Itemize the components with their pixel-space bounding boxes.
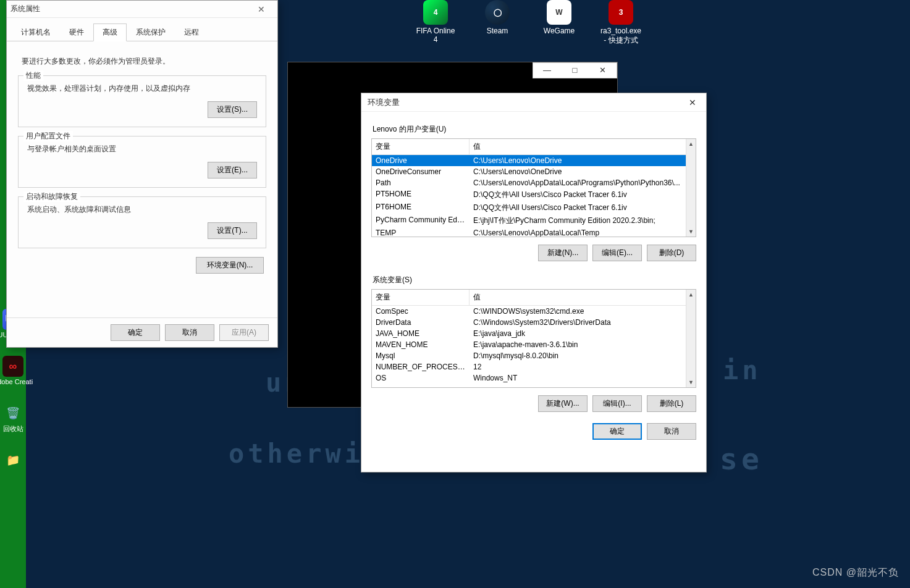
icon-label: ra3_tool.exe - 快捷方式 <box>599 27 642 46</box>
dialog-body: Lenovo 的用户变量(U) 变量 值 OneDriveC:\Users\Le… <box>361 112 706 448</box>
ok-button[interactable]: 确定 <box>592 423 642 440</box>
icon-label: 回收站 <box>3 425 23 432</box>
cell-val: C:\Windows\System32\Drivers\DriverData <box>470 317 696 328</box>
user-vars-list[interactable]: 变量 值 OneDriveC:\Users\Lenovo\OneDriveOne… <box>371 138 696 237</box>
cell-val: E:\java\apache-maven-3.6.1\bin <box>470 339 696 350</box>
list-rows: OneDriveC:\Users\Lenovo\OneDriveOneDrive… <box>372 155 696 237</box>
list-header: 变量 值 <box>372 290 696 306</box>
wallpaper-text: in <box>723 355 762 385</box>
maximize-button[interactable]: □ <box>561 63 589 78</box>
window-controls: — □ ✕ <box>533 62 617 78</box>
scrollbar[interactable]: ▲▼ <box>686 290 696 387</box>
settings-startup-button[interactable]: 设置(T)... <box>208 222 257 239</box>
new-sys-var-button[interactable]: 新建(W)... <box>538 395 588 412</box>
table-row[interactable]: OneDriveC:\Users\Lenovo\OneDrive <box>372 155 696 166</box>
cell-var: OneDrive <box>372 155 470 166</box>
cell-val: D:\QQ文件\All Users\Cisco Packet Tracer 6.… <box>470 201 696 214</box>
delete-sys-var-button[interactable]: 删除(L) <box>647 395 696 412</box>
cell-val: C:\Users\Lenovo\AppData\Local\Temp <box>470 227 696 237</box>
desktop-icon-ra3[interactable]: 3ra3_tool.exe - 快捷方式 <box>599 0 642 46</box>
table-row[interactable]: PathC:\Users\Lenovo\AppData\Local\Progra… <box>372 177 696 188</box>
group-legend: 性能 <box>23 70 43 81</box>
steam-icon: ◯ <box>485 0 510 25</box>
tab-advanced[interactable]: 高级 <box>93 23 127 41</box>
adobe-icon: ∞ <box>2 356 23 377</box>
cancel-button[interactable]: 取消 <box>647 423 696 440</box>
icon-label: WeGame <box>544 27 575 35</box>
user-vars-label: Lenovo 的用户变量(U) <box>373 124 696 135</box>
cell-val: C:\Users\Lenovo\OneDrive <box>470 166 696 177</box>
new-user-var-button[interactable]: 新建(N)... <box>538 245 588 261</box>
minimize-button[interactable]: — <box>533 63 561 78</box>
desktop-icon-adobe[interactable]: ∞Adobe Creati <box>1 356 25 385</box>
table-row[interactable]: PT5HOMED:\QQ文件\All Users\Cisco Packet Tr… <box>372 188 696 201</box>
cell-var: PyCharm Community Editi... <box>372 214 470 227</box>
close-icon[interactable]: ✕ <box>249 4 274 14</box>
col-variable[interactable]: 变量 <box>372 139 470 154</box>
table-row[interactable]: OneDriveConsumerC:\Users\Lenovo\OneDrive <box>372 166 696 177</box>
desktop-icon-wegame[interactable]: WWeGame <box>537 0 581 46</box>
icon-label: FIFA Online 4 <box>414 27 457 44</box>
table-row[interactable]: JAVA_HOMEE:\java\java_jdk <box>372 328 696 339</box>
cell-val: E:\java\java_jdk <box>470 328 696 339</box>
scroll-up-icon[interactable]: ▲ <box>686 139 696 149</box>
group-desc: 系统启动、系统故障和调试信息 <box>27 204 257 215</box>
table-row[interactable]: DriverDataC:\Windows\System32\Drivers\Dr… <box>372 317 696 328</box>
cell-var: OS <box>372 372 470 384</box>
scroll-up-icon[interactable]: ▲ <box>686 290 696 300</box>
table-row[interactable]: MAVEN_HOMEE:\java\apache-maven-3.6.1\bin <box>372 339 696 350</box>
cell-var: DriverData <box>372 317 470 328</box>
group-performance: 性能 视觉效果，处理器计划，内存使用，以及虚拟内存 设置(S)... <box>18 75 266 127</box>
table-row[interactable]: TEMPC:\Users\Lenovo\AppData\Local\Temp <box>372 227 696 237</box>
cell-var: PT5HOME <box>372 188 470 201</box>
desktop-icon-steam[interactable]: ◯Steam <box>476 0 519 46</box>
group-desc: 视觉效果，处理器计划，内存使用，以及虚拟内存 <box>27 83 257 94</box>
desktop-icon-fifa[interactable]: 4FIFA Online 4 <box>414 0 457 46</box>
scrollbar[interactable]: ▲▼ <box>686 139 696 237</box>
group-legend: 启动和故障恢复 <box>23 191 80 202</box>
table-row[interactable]: ComSpecC:\WINDOWS\system32\cmd.exe <box>372 306 696 317</box>
ok-button[interactable]: 确定 <box>111 324 160 341</box>
tab-system-protection[interactable]: 系统保护 <box>127 23 175 41</box>
table-row[interactable]: OSWindows_NT <box>372 372 696 384</box>
group-user-profile: 用户配置文件 与登录帐户相关的桌面设置 设置(E)... <box>18 136 266 188</box>
table-row[interactable]: NUMBER_OF_PROCESSORS12 <box>372 361 696 372</box>
table-row[interactable]: PyCharm Community Editi...E:\jhj\IT作业\Py… <box>372 214 696 227</box>
edit-user-var-button[interactable]: 编辑(E)... <box>592 245 642 261</box>
cancel-button[interactable]: 取消 <box>165 324 214 341</box>
scroll-down-icon[interactable]: ▼ <box>686 227 696 237</box>
tab-remote[interactable]: 远程 <box>175 23 208 41</box>
tabs: 计算机名 硬件 高级 系统保护 远程 <box>7 18 277 41</box>
titlebar[interactable]: 系统属性 ✕ <box>7 1 277 18</box>
settings-performance-button[interactable]: 设置(S)... <box>208 101 257 118</box>
system-vars-label: 系统变量(S) <box>373 275 696 285</box>
dialog-buttons: 确定 取消 应用(A) <box>7 317 277 347</box>
system-vars-list[interactable]: 变量 值 ComSpecC:\WINDOWS\system32\cmd.exeD… <box>371 289 696 388</box>
col-variable[interactable]: 变量 <box>372 290 470 305</box>
close-icon[interactable]: ✕ <box>685 98 700 107</box>
cell-var: OneDriveConsumer <box>372 166 470 177</box>
desktop-icon-folder[interactable]: 📁 <box>1 450 25 472</box>
tab-computer-name[interactable]: 计算机名 <box>12 23 60 41</box>
cell-var: NUMBER_OF_PROCESSORS <box>372 361 470 372</box>
scroll-down-icon[interactable]: ▼ <box>686 377 696 387</box>
col-value[interactable]: 值 <box>470 290 696 305</box>
desktop-top-icons: 4FIFA Online 4 ◯Steam WWeGame 3ra3_tool.… <box>414 0 642 46</box>
group-startup-recovery: 启动和故障恢复 系统启动、系统故障和调试信息 设置(T)... <box>18 196 266 248</box>
cell-val: C:\Users\Lenovo\AppData\Local\Programs\P… <box>470 177 696 188</box>
cell-val: D:\mysql\mysql-8.0.20\bin <box>470 350 696 361</box>
environment-variables-button[interactable]: 环境变量(N)... <box>196 257 264 274</box>
titlebar[interactable]: 环境变量 ✕ <box>361 93 706 112</box>
cell-var: MAVEN_HOME <box>372 339 470 350</box>
close-button[interactable]: ✕ <box>589 63 617 78</box>
apply-button[interactable]: 应用(A) <box>219 324 269 341</box>
table-row[interactable]: MysqlD:\mysql\mysql-8.0.20\bin <box>372 350 696 361</box>
table-row[interactable]: PT6HOMED:\QQ文件\All Users\Cisco Packet Tr… <box>372 201 696 214</box>
desktop-icon-recycle[interactable]: 🗑️回收站 <box>1 403 25 432</box>
edit-sys-var-button[interactable]: 编辑(I)... <box>592 395 642 412</box>
col-value[interactable]: 值 <box>470 139 696 154</box>
delete-user-var-button[interactable]: 删除(D) <box>647 245 696 261</box>
environment-variables-dialog: 环境变量 ✕ Lenovo 的用户变量(U) 变量 值 OneDriveC:\U… <box>361 93 707 472</box>
settings-profile-button[interactable]: 设置(E)... <box>208 162 257 178</box>
tab-hardware[interactable]: 硬件 <box>60 23 93 41</box>
